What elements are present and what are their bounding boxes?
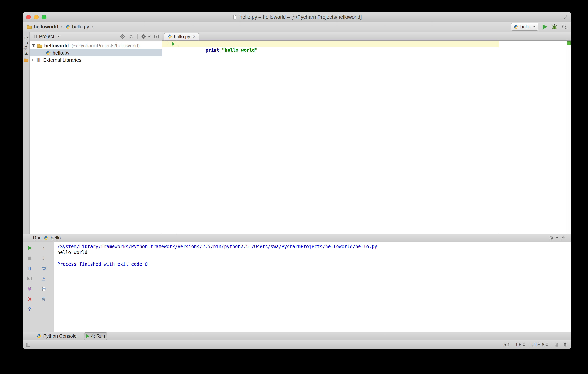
run-line-marker-icon[interactable] — [172, 42, 175, 46]
collapse-arrow-icon[interactable] — [32, 44, 35, 47]
error-stripe[interactable] — [566, 41, 571, 234]
encoding-widget[interactable]: UTF-8 — [531, 342, 548, 347]
pause-output-button[interactable] — [26, 265, 33, 272]
attach-console-button[interactable] — [26, 286, 33, 292]
tree-row-project-root[interactable]: helloworld (~/PycharmProjects/helloworld… — [30, 42, 162, 49]
chevron-down-icon — [57, 36, 60, 37]
python-icon — [36, 334, 41, 339]
navigation-bar: helloworld › hello.py › hello — [23, 22, 571, 32]
spinner-arrows-icon — [546, 343, 548, 346]
soft-wrap-button[interactable] — [41, 265, 47, 272]
spinner-arrows-icon — [523, 343, 525, 346]
code-string: "hello world" — [222, 47, 257, 53]
chevron-right-icon: › — [91, 24, 94, 30]
run-tab-label: : Run — [94, 333, 105, 339]
python-file-icon — [46, 50, 51, 55]
python-console-button[interactable]: Python Console — [34, 332, 79, 340]
project-view-select[interactable]: Project — [39, 33, 54, 39]
settings-gear-icon[interactable] — [549, 235, 554, 240]
editor-gutter: 1 — [162, 41, 176, 234]
project-stripe-button[interactable]: 1: Project — [23, 37, 29, 55]
close-button[interactable] — [26, 296, 33, 302]
inspection-ok-indicator — [567, 42, 571, 45]
caret-position-widget[interactable]: 5:1 — [504, 342, 510, 347]
tool-window-toggle-button[interactable] — [25, 342, 31, 347]
tab-label: hello.py — [174, 34, 190, 39]
breadcrumb-project[interactable]: helloworld — [27, 24, 58, 30]
project-views-icon — [32, 34, 37, 39]
tool-window-stripe: 1: Project — [23, 32, 30, 234]
print-button[interactable] — [41, 286, 47, 292]
chevron-down-icon — [533, 26, 536, 28]
run-panel-header: Run hello — [23, 234, 571, 242]
tree-file-label: hello.py — [52, 50, 70, 56]
document-icon — [232, 15, 237, 20]
editor[interactable]: 1 print "hello world" — [162, 41, 571, 234]
project-panel: Project helloworl — [30, 32, 162, 234]
tree-root-label: helloworld — [44, 43, 69, 49]
zoom-window-button[interactable] — [42, 15, 46, 20]
run-tab-button[interactable]: 4: Run — [84, 332, 108, 340]
close-window-button[interactable] — [26, 15, 31, 20]
tree-row-hello-py[interactable]: hello.py — [30, 49, 162, 56]
console-output[interactable]: /System/Library/Frameworks/Python.framew… — [54, 242, 571, 331]
clear-all-button[interactable] — [41, 296, 47, 302]
tree-root-path: (~/PycharmProjects/helloworld) — [72, 43, 140, 49]
python-file-icon — [168, 34, 172, 39]
run-panel-body: ? ↑ ↓ /System/Library/Frameworks/Python.… — [23, 242, 571, 331]
run-tab-mnemonic: 4 — [91, 333, 94, 339]
hide-panel-button[interactable] — [154, 34, 159, 39]
scroll-to-end-button[interactable] — [41, 275, 47, 282]
stop-button[interactable] — [26, 255, 33, 261]
collapse-all-button[interactable] — [129, 34, 134, 39]
window-title: hello.py – helloworld – [~/PycharmProjec… — [240, 14, 362, 20]
close-tab-icon[interactable]: × — [193, 34, 196, 40]
editor-tab-hello-py[interactable]: hello.py × — [164, 32, 199, 40]
titlebar[interactable]: hello.py – helloworld – [~/PycharmProjec… — [23, 12, 571, 22]
project-tool-window-icon[interactable] — [24, 58, 28, 62]
console-line: hello world — [57, 250, 571, 256]
run-panel-title: Run — [33, 235, 42, 241]
run-configuration-label: hello — [520, 24, 530, 30]
breadcrumb: helloworld › hello.py › — [27, 24, 94, 30]
run-configuration-select[interactable]: hello — [511, 23, 538, 31]
folder-icon — [37, 43, 42, 48]
project-panel-header: Project — [30, 32, 162, 41]
run-tool-window: Run hello ? — [23, 234, 571, 331]
show-command-line-button[interactable] — [26, 275, 33, 282]
console-line: /System/Library/Frameworks/Python.framew… — [57, 244, 571, 250]
search-everywhere-button[interactable] — [562, 24, 567, 30]
help-button[interactable]: ? — [26, 306, 33, 312]
down-stack-trace-button[interactable]: ↓ — [41, 255, 47, 261]
code-area[interactable]: print "hello world" — [176, 41, 566, 234]
divider — [137, 34, 137, 39]
fullscreen-icon[interactable] — [563, 15, 568, 20]
settings-gear-icon[interactable] — [141, 34, 146, 39]
chevron-down-icon — [556, 237, 558, 239]
breadcrumb-file[interactable]: hello.py — [65, 24, 89, 30]
run-button[interactable] — [543, 24, 547, 30]
pycharm-window: hello.py – helloworld – [~/PycharmProjec… — [23, 12, 571, 349]
debug-button[interactable] — [551, 24, 557, 30]
locate-button[interactable] — [120, 34, 125, 39]
line-separator-widget[interactable]: LF — [516, 342, 525, 347]
main-area: 1: Project Project — [23, 32, 571, 234]
run-toolbar: ? ↑ ↓ — [23, 242, 54, 331]
chevron-right-icon: › — [61, 24, 63, 30]
dock-panel-button[interactable] — [561, 235, 566, 240]
bottom-tool-window-bar: Python Console 4: Run — [23, 331, 571, 340]
lock-icon[interactable] — [554, 342, 559, 347]
minimize-window-button[interactable] — [34, 15, 39, 20]
traffic-lights — [26, 12, 46, 22]
inspections-profile-icon[interactable] — [563, 342, 567, 347]
rerun-button[interactable] — [26, 245, 33, 251]
folder-icon — [27, 24, 32, 29]
status-bar: 5:1 LF UTF-8 — [23, 340, 571, 349]
expand-arrow-icon[interactable] — [32, 58, 34, 62]
right-margin-line — [499, 41, 499, 234]
up-stack-trace-button[interactable]: ↑ — [41, 245, 47, 251]
library-icon — [36, 57, 41, 63]
tree-row-external-libraries[interactable]: External Libraries — [30, 56, 162, 64]
editor-tab-bar: hello.py × — [162, 32, 571, 41]
console-line: Process finished with exit code 0 — [57, 261, 571, 267]
